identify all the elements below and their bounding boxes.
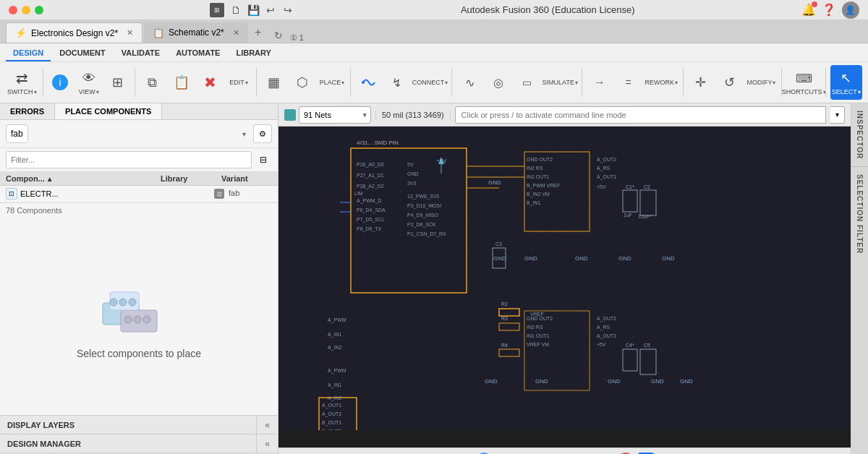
redo-icon[interactable]: ↪ [282, 4, 294, 16]
refresh-button[interactable]: ↻ [271, 28, 286, 43]
svg-text:GND  OUT2: GND OUT2 [527, 157, 553, 162]
selection-filter-label[interactable]: SELECTION FILTER [856, 167, 864, 261]
menu-tab-library[interactable]: LIBRARY [229, 46, 278, 61]
tab-electronics[interactable]: ⚡ Electronics Design v2* ✕ [6, 22, 142, 43]
svg-text:12_PWE_3V3: 12_PWE_3V3 [407, 194, 439, 200]
place1-button[interactable]: ▦ [260, 65, 286, 100]
place-button[interactable]: PLACE ▾ [318, 65, 346, 100]
tab-errors[interactable]: ERRORS [0, 103, 55, 119]
save-icon[interactable]: 💾 [247, 4, 259, 16]
rework1-icon: → [591, 74, 608, 91]
add-tab-button[interactable]: + [250, 24, 267, 41]
svg-text:A_PWM_D: A_PWM_D [357, 198, 382, 204]
svg-text:4/31... SMD PIN: 4/31... SMD PIN [357, 140, 399, 146]
electronics-tab-close[interactable]: ✕ [127, 28, 133, 38]
svg-text:A_IN1: A_IN1 [328, 332, 342, 338]
modify-button[interactable]: MODIFY ▾ [745, 65, 777, 100]
new-file-icon[interactable]: 🗋 [230, 4, 242, 16]
menu-tab-document[interactable]: DOCUMENT [52, 46, 113, 61]
close-button[interactable] [9, 6, 17, 14]
rework2-button[interactable]: = [616, 65, 642, 100]
connect1-button[interactable] [355, 65, 381, 100]
design-manager-panel[interactable]: DESIGN MANAGER « [0, 434, 278, 453]
view-button[interactable]: 👁 VIEW ▾ [76, 65, 102, 100]
select-button[interactable]: ↖ SELECT ▾ [830, 65, 862, 100]
svg-text:3V3: 3V3 [407, 181, 417, 186]
toolbar-area: DESIGN DOCUMENT VALIDATE AUTOMATE LIBRAR… [0, 43, 868, 103]
sim1-icon: ∿ [461, 74, 478, 91]
svg-text:A_PWM: A_PWM [328, 368, 346, 374]
sort-arrow-icon: ▲ [46, 175, 54, 183]
svg-text:C4*: C4* [626, 343, 634, 348]
svg-rect-11 [278, 127, 850, 430]
lib-icon: ⊡ [214, 189, 224, 199]
filter-input[interactable] [6, 151, 252, 168]
sim1-button[interactable]: ∿ [456, 65, 482, 100]
info-button[interactable]: i [47, 65, 73, 100]
svg-text:P26_A0_D0: P26_A0_D0 [357, 162, 384, 168]
copy-button[interactable]: ⧉ [140, 65, 166, 100]
svg-text:GND: GND [485, 378, 498, 385]
app-icon: ⊞ [210, 3, 224, 17]
connect2-button[interactable]: ↯ [384, 65, 410, 100]
delete-button[interactable]: ✖ [197, 65, 223, 100]
user-count: ① 1 [290, 33, 304, 43]
edit-label: EDIT [229, 79, 244, 86]
help-icon[interactable]: ❓ [822, 3, 836, 17]
display-layers-collapse-icon[interactable]: « [256, 416, 278, 434]
th-variant: Variant [221, 174, 272, 183]
rotate-button[interactable]: ↺ [717, 65, 743, 100]
svg-text:GND: GND [488, 179, 501, 186]
menu-tab-design[interactable]: DESIGN [6, 46, 51, 61]
svg-text:P27_A1_D1: P27_A1_D1 [357, 173, 384, 179]
switch-icon: ⇄ [13, 69, 30, 87]
undo-icon[interactable]: ↩ [265, 4, 276, 16]
component-row[interactable]: ⊡ ELECTR... ⊡ fab [0, 186, 278, 202]
place2-button[interactable]: ⬡ [289, 65, 315, 100]
grid-button[interactable]: ⊞ [105, 65, 131, 100]
display-layers-label: DISPLAY LAYERS [0, 421, 256, 429]
menu-tab-automate[interactable]: AUTOMATE [169, 46, 227, 61]
menu-tab-validate[interactable]: VALIDATE [114, 46, 167, 61]
schematic-tab-close[interactable]: ✕ [233, 28, 239, 38]
shortcuts-button[interactable]: ⌨ SHORTCUTS ▾ [786, 65, 821, 100]
tab-schematic[interactable]: 📋 Schematic v2* ✕ [144, 22, 248, 43]
component-library: ⊡ fab [214, 189, 272, 200]
sep5 [451, 68, 452, 97]
connect-button[interactable]: CONNECT ▾ [412, 65, 447, 100]
maximize-button[interactable] [35, 6, 43, 14]
simulate-button[interactable]: SIMULATE ▾ [542, 65, 577, 100]
sim3-button[interactable]: ▭ [514, 65, 540, 100]
paste-icon: 📋 [173, 74, 190, 91]
net-dropdown[interactable]: 91 Nets [299, 106, 371, 124]
paste-button[interactable]: 📋 [169, 65, 195, 100]
table-header: Compon... ▲ Library Variant [0, 172, 278, 186]
svg-text:VREF  VM: VREF VM [527, 342, 549, 347]
svg-text:GND: GND [680, 378, 693, 385]
svg-text:A_OUT1: A_OUT1 [597, 174, 616, 180]
notification-icon[interactable]: 🔔 [801, 3, 816, 17]
sep3 [256, 68, 257, 97]
library-select[interactable]: fab [6, 124, 28, 143]
display-layers-panel[interactable]: DISPLAY LAYERS « [0, 416, 278, 434]
rework1-button[interactable]: → [587, 65, 613, 100]
user-avatar[interactable]: 👤 [842, 1, 859, 19]
connect-label: CONNECT [412, 79, 445, 86]
svg-text:A_OUT2: A_OUT2 [597, 316, 616, 322]
move-button[interactable]: ✛ [688, 65, 714, 100]
rework-button[interactable]: REWORK ▾ [644, 65, 678, 100]
cmd-dropdown-icon[interactable]: ▾ [830, 106, 845, 124]
edit-button[interactable]: EDIT ▾ [226, 65, 252, 100]
tab-place-components[interactable]: PLACE COMPONENTS [55, 103, 162, 119]
filter-icon[interactable]: ⊟ [255, 151, 272, 168]
design-manager-collapse-icon[interactable]: « [256, 434, 278, 453]
schematic-canvas[interactable]: 4/31... SMD PIN P26_A0_D0 P27_A1_D1 P28_… [278, 127, 851, 447]
move-icon: ✛ [692, 74, 710, 91]
sim2-button[interactable]: ◎ [485, 65, 511, 100]
switch-button[interactable]: ⇄ SWITCH ▾ [6, 65, 38, 100]
minimize-button[interactable] [22, 6, 30, 14]
lego-placeholder-image [95, 274, 182, 339]
cmd-input[interactable] [455, 106, 826, 124]
settings-icon-btn[interactable]: ⚙ [253, 124, 272, 143]
inspector-label[interactable]: INSPECTOR [856, 103, 864, 166]
